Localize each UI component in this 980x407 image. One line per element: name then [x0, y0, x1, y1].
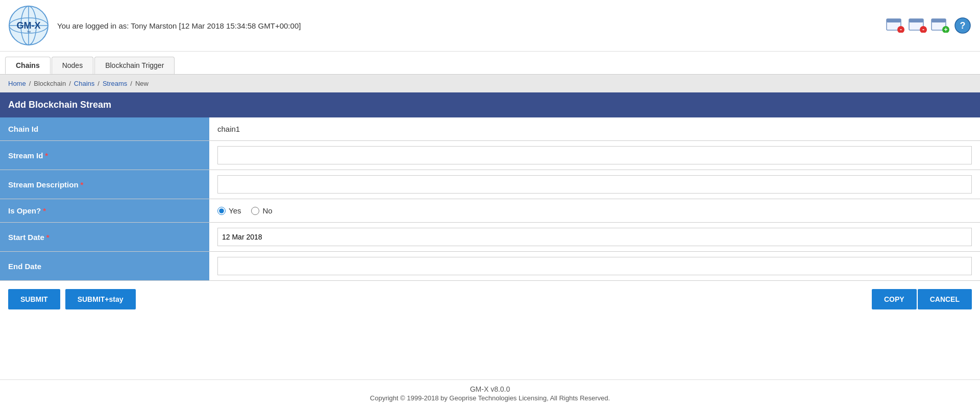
stream-description-input[interactable]: [217, 175, 972, 194]
tab-blockchain-trigger[interactable]: Blockchain Trigger: [94, 57, 175, 74]
radio-no-label[interactable]: No: [251, 206, 272, 215]
svg-text:-: -: [922, 26, 924, 33]
logo: GM-X ™: [8, 5, 49, 46]
radio-yes[interactable]: [217, 207, 226, 215]
start-date-input[interactable]: [217, 228, 972, 246]
is-open-label: Is Open? *: [0, 199, 209, 222]
start-date-label: Start Date *: [0, 223, 209, 251]
svg-rect-8: [887, 19, 901, 22]
stream-id-row: Stream Id *: [0, 141, 980, 170]
tab-nodes[interactable]: Nodes: [52, 57, 93, 74]
footer-copyright: Copyright © 1999-2018 by Geoprise Techno…: [5, 394, 975, 402]
is-open-row: Is Open? * Yes No: [0, 199, 980, 223]
radio-yes-label[interactable]: Yes: [217, 206, 241, 215]
svg-text:?: ?: [960, 20, 966, 31]
button-left: SUBMIT SUBMIT+stay: [8, 289, 136, 309]
end-date-label: End Date: [0, 252, 209, 280]
button-right: COPY CANCEL: [872, 289, 972, 309]
is-open-required: *: [43, 206, 46, 215]
breadcrumb-sep2: /: [69, 80, 71, 87]
copy-button[interactable]: COPY: [872, 289, 917, 309]
submit-button[interactable]: SUBMIT: [8, 289, 60, 309]
radio-no[interactable]: [251, 207, 259, 215]
end-date-input[interactable]: [217, 257, 972, 275]
header-icons: - - + ?: [886, 18, 972, 33]
stream-description-value: [209, 170, 980, 199]
header-left: GM-X ™ You are logged in as: Tony Marsto…: [8, 5, 301, 46]
stream-id-required: *: [45, 151, 48, 160]
breadcrumb-sep1: /: [29, 80, 31, 87]
form-title: Add Blockchain Stream: [8, 100, 111, 110]
svg-rect-16: [932, 19, 946, 22]
end-date-row: End Date: [0, 252, 980, 281]
button-row: SUBMIT SUBMIT+stay COPY CANCEL: [0, 281, 980, 318]
footer-title: GM-X v8.0.0: [5, 385, 975, 393]
footer: GM-X v8.0.0 Copyright © 1999-2018 by Geo…: [0, 379, 980, 407]
svg-text:™: ™: [27, 30, 31, 35]
header: GM-X ™ You are logged in as: Tony Marsto…: [0, 0, 980, 52]
tabs-container: Chains Nodes Blockchain Trigger: [0, 52, 980, 75]
svg-text:GM-X: GM-X: [17, 20, 41, 31]
breadcrumb-chains[interactable]: Chains: [74, 80, 94, 87]
tab-chains[interactable]: Chains: [5, 57, 51, 74]
add-icon[interactable]: +: [931, 18, 949, 33]
stream-description-label: Stream Description *: [0, 170, 209, 199]
start-date-required: *: [46, 233, 50, 242]
chain-id-row: Chain Id chain1: [0, 117, 980, 141]
chain-id-label: Chain Id: [0, 117, 209, 140]
breadcrumb-sep4: /: [130, 80, 132, 87]
stream-id-input[interactable]: [217, 146, 972, 164]
stream-description-row: Stream Description *: [0, 170, 980, 199]
close-window-icon[interactable]: -: [886, 18, 904, 33]
remove-icon[interactable]: -: [909, 18, 927, 33]
radio-no-text: No: [262, 206, 272, 215]
stream-id-value: [209, 141, 980, 170]
stream-id-label: Stream Id *: [0, 141, 209, 170]
end-date-value: [209, 252, 980, 280]
breadcrumb-streams[interactable]: Streams: [103, 80, 127, 87]
start-date-value: [209, 223, 980, 251]
login-text: You are logged in as: Tony Marston [12 M…: [57, 21, 301, 30]
chain-id-text: chain1: [217, 125, 240, 133]
start-date-row: Start Date *: [0, 223, 980, 252]
breadcrumb-new: New: [135, 80, 149, 87]
svg-text:+: +: [944, 26, 947, 33]
radio-yes-text: Yes: [229, 206, 241, 215]
main-content: Add Blockchain Stream Chain Id chain1 St…: [0, 92, 980, 379]
svg-text:-: -: [900, 26, 902, 33]
cancel-button[interactable]: CANCEL: [918, 289, 972, 309]
is-open-value: Yes No: [209, 199, 980, 222]
submit-stay-button[interactable]: SUBMIT+stay: [65, 289, 136, 309]
is-open-radio-group: Yes No: [217, 206, 273, 215]
chain-id-value: chain1: [209, 117, 980, 140]
svg-rect-12: [909, 19, 923, 22]
help-icon[interactable]: ?: [953, 18, 972, 33]
form-header: Add Blockchain Stream: [0, 92, 980, 117]
breadcrumb-sep3: /: [97, 80, 100, 87]
breadcrumb-home[interactable]: Home: [8, 80, 26, 87]
breadcrumb-blockchain: Blockchain: [34, 80, 66, 87]
stream-desc-required: *: [81, 180, 84, 189]
breadcrumb: Home / Blockchain / Chains / Streams / N…: [0, 75, 980, 92]
